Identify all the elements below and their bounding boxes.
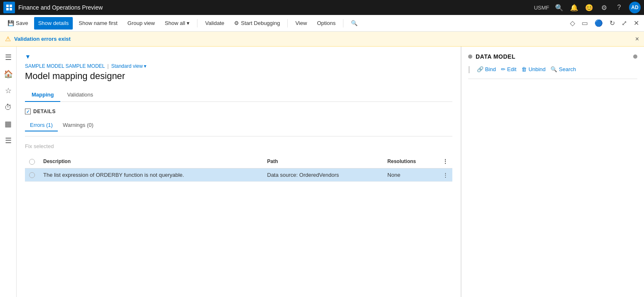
badge-icon[interactable]: 🔵 xyxy=(593,17,605,29)
bind-action[interactable]: 🔗 Bind xyxy=(477,66,496,72)
validation-close-button[interactable]: × xyxy=(635,35,639,43)
edit-action[interactable]: ✏ Edit xyxy=(501,66,516,72)
unbind-action[interactable]: 🗑 Unbind xyxy=(521,66,545,72)
nav-favorites-icon[interactable]: ☆ xyxy=(1,83,16,98)
refresh-icon[interactable]: ↻ xyxy=(608,17,617,29)
main-layout: ☰ 🏠 ☆ ⏱ ▦ ☰ ▼ SAMPLE MODEL SAMPLE MODEL … xyxy=(0,47,644,297)
user-code: USMF xyxy=(534,5,549,11)
svg-rect-2 xyxy=(6,8,9,10)
show-name-first-button[interactable]: Show name first xyxy=(74,17,121,30)
unbind-icon: 🗑 xyxy=(521,66,527,72)
left-panel: ▼ SAMPLE MODEL SAMPLE MODEL | Standard v… xyxy=(17,47,461,297)
validation-banner: ⚠ Validation errors exist × xyxy=(0,32,644,47)
tab-mapping[interactable]: Mapping xyxy=(25,88,60,102)
search-action[interactable]: 🔍 Search xyxy=(550,66,576,72)
data-model-dot-left xyxy=(468,54,472,59)
data-model-title: DATA MODEL xyxy=(476,53,516,60)
breadcrumb-view[interactable]: Standard view ▾ xyxy=(111,63,146,69)
save-icon: 💾 xyxy=(7,20,14,26)
view-button[interactable]: View xyxy=(291,17,311,30)
row-radio[interactable] xyxy=(25,168,39,182)
content-area: ▼ SAMPLE MODEL SAMPLE MODEL | Standard v… xyxy=(17,47,644,297)
svg-rect-0 xyxy=(6,5,9,7)
details-checkbox[interactable]: ✓ xyxy=(25,109,31,114)
breadcrumb-model[interactable]: SAMPLE MODEL SAMPLE MODEL xyxy=(25,63,105,69)
save-button[interactable]: 💾 Save xyxy=(3,17,32,30)
filter-icon[interactable]: ▼ xyxy=(25,53,31,60)
details-header: ✓ DETAILS xyxy=(25,109,452,114)
app-title: Finance and Operations Preview xyxy=(18,4,530,11)
data-model-actions: | 🔗 Bind ✏ Edit 🗑 Unbind 🔍 Search xyxy=(468,65,637,79)
col-header-more: ⋮ xyxy=(439,155,452,168)
breadcrumb-chevron-icon: ▾ xyxy=(144,63,146,69)
svg-rect-3 xyxy=(10,8,12,10)
gear-icon[interactable]: ⚙ xyxy=(599,4,609,12)
face-icon[interactable]: 😊 xyxy=(584,4,594,12)
edit-icon: ✏ xyxy=(501,66,506,72)
diamond-icon[interactable]: ◇ xyxy=(568,17,577,29)
validate-button[interactable]: Validate xyxy=(201,17,228,30)
breadcrumb: SAMPLE MODEL SAMPLE MODEL | Standard vie… xyxy=(25,63,452,69)
left-nav: ☰ 🏠 ☆ ⏱ ▦ ☰ xyxy=(0,47,17,297)
panel-icon[interactable]: ▭ xyxy=(580,17,590,29)
warning-icon: ⚠ xyxy=(5,35,11,43)
toolbar: 💾 Save Show details Show name first Grou… xyxy=(0,15,644,32)
help-icon[interactable]: ? xyxy=(614,4,624,11)
nav-home-icon[interactable]: 🏠 xyxy=(1,67,16,82)
bell-icon[interactable]: 🔔 xyxy=(569,4,579,12)
data-model-header: DATA MODEL xyxy=(468,53,637,60)
dm-pipe: | xyxy=(468,65,470,74)
right-panel: DATA MODEL | 🔗 Bind ✏ Edit 🗑 Unbind xyxy=(461,47,644,297)
group-view-button[interactable]: Group view xyxy=(123,17,159,30)
sub-tab-warnings[interactable]: Warnings (0) xyxy=(58,119,99,131)
expand-icon[interactable]: ⤢ xyxy=(620,17,629,29)
nav-modules-icon[interactable]: ☰ xyxy=(1,133,16,148)
options-button[interactable]: Options xyxy=(313,17,340,30)
toolbar-separator xyxy=(197,19,197,27)
col-header-radio xyxy=(25,155,39,168)
chevron-down-icon: ▾ xyxy=(187,20,190,26)
search-icon: 🔍 xyxy=(550,66,557,72)
errors-table: Description Path Resolutions ⋮ The list … xyxy=(25,155,452,182)
col-header-path: Path xyxy=(263,155,383,168)
sub-tabs: Errors (1) Warnings (0) xyxy=(25,119,452,131)
row-resolutions: None xyxy=(383,168,439,182)
toolbar-separator-2 xyxy=(287,19,288,27)
validation-text: Validation errors exist xyxy=(14,36,71,42)
row-path: Data source: OrderedVendors xyxy=(263,168,383,182)
toolbar-right-icons: ◇ ▭ 🔵 ↻ ⤢ ✕ xyxy=(568,17,641,29)
toolbar-search-icon: 🔍 xyxy=(351,20,358,26)
row-more-icon[interactable]: ⋮ xyxy=(439,168,452,182)
search-icon[interactable]: 🔍 xyxy=(554,4,564,12)
table-row[interactable]: The list expression of ORDERBY function … xyxy=(25,168,452,182)
fix-selected-button[interactable]: Fix selected xyxy=(25,141,54,151)
title-bar: Finance and Operations Preview USMF 🔍 🔔 … xyxy=(0,0,644,15)
col-header-resolutions: Resolutions xyxy=(383,155,439,168)
show-all-button[interactable]: Show all ▾ xyxy=(160,17,194,30)
tab-validations[interactable]: Validations xyxy=(60,88,100,102)
nav-workspaces-icon[interactable]: ▦ xyxy=(1,116,16,131)
row-description: The list expression of ORDERBY function … xyxy=(39,168,263,182)
user-avatar[interactable]: AD xyxy=(629,2,641,13)
toolbar-search-button[interactable]: 🔍 xyxy=(347,17,362,30)
close-icon[interactable]: ✕ xyxy=(632,17,641,29)
app-grid-icon[interactable] xyxy=(3,2,15,13)
toolbar-separator-3 xyxy=(343,19,343,27)
bind-icon: 🔗 xyxy=(477,66,484,72)
data-model-dot-right xyxy=(633,54,637,59)
start-debugging-button[interactable]: ⚙ Start Debugging xyxy=(230,17,284,30)
sub-tab-errors[interactable]: Errors (1) xyxy=(25,119,58,131)
nav-menu-icon[interactable]: ☰ xyxy=(1,50,16,65)
col-header-description: Description xyxy=(39,155,263,168)
debug-icon: ⚙ xyxy=(234,20,239,26)
breadcrumb-separator: | xyxy=(107,63,109,69)
nav-recent-icon[interactable]: ⏱ xyxy=(1,100,16,115)
svg-rect-1 xyxy=(10,5,12,7)
title-bar-right: USMF 🔍 🔔 😊 ⚙ ? AD xyxy=(534,2,641,13)
main-tabs: Mapping Validations xyxy=(25,88,452,102)
show-details-button[interactable]: Show details xyxy=(34,17,73,30)
page-title: Model mapping designer xyxy=(25,71,452,82)
